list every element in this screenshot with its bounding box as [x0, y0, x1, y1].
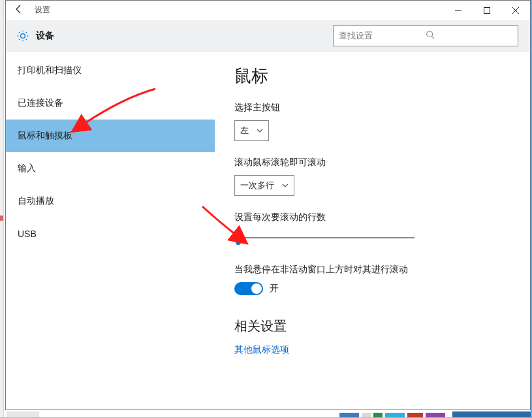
sidebar-item-usb[interactable]: USB: [6, 217, 215, 250]
close-button[interactable]: [501, 1, 530, 20]
related-settings-title: 相关设置: [234, 317, 510, 335]
slider-track: [234, 237, 415, 238]
sidebar-item-autoplay[interactable]: 自动播放: [6, 185, 215, 217]
scroll-mode-value: 一次多行: [240, 180, 274, 191]
lines-slider[interactable]: [234, 230, 415, 246]
sidebar-item-printers[interactable]: 打印机和扫描仪: [6, 54, 215, 87]
scroll-mode-dropdown[interactable]: 一次多行: [234, 175, 294, 196]
taskbar-fragment: [0, 410, 532, 418]
header-title: 设备: [36, 30, 54, 42]
window-title: 设置: [35, 5, 50, 16]
sidebar-item-typing[interactable]: 输入: [6, 152, 215, 185]
sidebar-item-connected[interactable]: 已连接设备: [6, 87, 215, 120]
page-title: 鼠标: [234, 65, 510, 88]
inactive-scroll-toggle[interactable]: [234, 282, 263, 295]
other-mouse-options-link[interactable]: 其他鼠标选项: [234, 344, 510, 356]
search-input[interactable]: 查找设置: [333, 25, 518, 46]
content-pane: 鼠标 选择主按钮 左 滚动鼠标滚轮即可滚动 一次多行 设置每次要滚动的行数: [215, 52, 530, 410]
gear-icon: [16, 29, 29, 42]
back-button[interactable]: [6, 4, 32, 17]
left-desktop-edge: [0, 0, 4, 418]
settings-window: 设置 设备 查找设置 打印机和扫描仪 已连接设备 鼠标和触摸板 输入: [5, 0, 531, 410]
maximize-button[interactable]: [473, 1, 501, 20]
search-icon: [426, 30, 512, 41]
titlebar: 设置: [6, 1, 530, 20]
inactive-scroll-label: 当我悬停在非活动窗口上方时对其进行滚动: [234, 264, 510, 276]
scroll-mode-label: 滚动鼠标滚轮即可滚动: [234, 157, 510, 169]
svg-line-3: [432, 37, 435, 39]
svg-rect-1: [484, 7, 490, 13]
lines-label: 设置每次要滚动的行数: [234, 212, 510, 223]
toggle-knob: [251, 283, 262, 294]
header-bar: 设备 查找设置: [6, 20, 530, 52]
primary-button-label: 选择主按钮: [234, 102, 510, 114]
toggle-state-label: 开: [270, 283, 279, 295]
chevron-down-icon: [282, 181, 289, 191]
search-placeholder: 查找设置: [339, 30, 426, 42]
svg-point-2: [427, 31, 433, 37]
sidebar: 打印机和扫描仪 已连接设备 鼠标和触摸板 输入 自动播放 USB: [6, 52, 215, 410]
chevron-down-icon: [257, 126, 263, 136]
minimize-button[interactable]: [444, 1, 473, 20]
primary-button-dropdown[interactable]: 左: [234, 120, 269, 141]
sidebar-item-mouse[interactable]: 鼠标和触摸板: [6, 120, 215, 152]
slider-thumb[interactable]: [236, 232, 241, 245]
primary-button-value: 左: [240, 125, 249, 137]
